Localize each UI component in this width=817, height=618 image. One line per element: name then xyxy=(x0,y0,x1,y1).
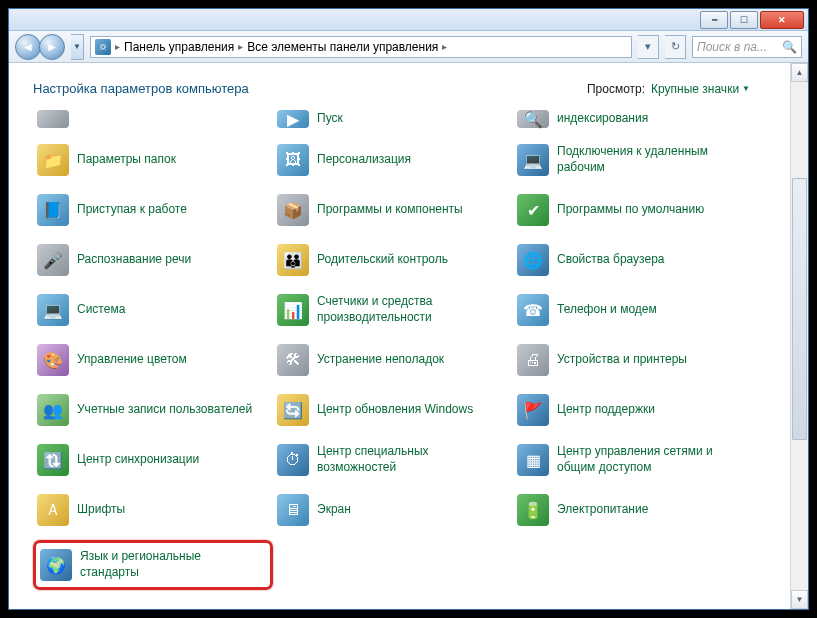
item-action-center[interactable]: 🚩Центр поддержки xyxy=(513,390,753,430)
search-input[interactable]: Поиск в па... 🔍 xyxy=(692,36,802,58)
item-label: Управление цветом xyxy=(77,352,187,368)
folder-icon: 📁 xyxy=(37,144,69,176)
system-icon: 💻 xyxy=(37,294,69,326)
programs-icon: 📦 xyxy=(277,194,309,226)
item-fonts[interactable]: ＡШрифты xyxy=(33,490,273,530)
accessibility-icon: ⏱ xyxy=(277,444,309,476)
item-indexing[interactable]: 🔍индексирования xyxy=(513,108,753,130)
item-internet-options[interactable]: 🌐Свойства браузера xyxy=(513,240,753,280)
item-label: Параметры папок xyxy=(77,152,176,168)
item-network-sharing[interactable]: ▦Центр управления сетями и общим доступо… xyxy=(513,440,753,480)
control-panel-icon: ⛭ xyxy=(95,39,111,55)
item-parental[interactable]: 👪Родительский контроль xyxy=(273,240,513,280)
heading-row: Настройка параметров компьютера Просмотр… xyxy=(33,81,790,96)
item-label: Подключения к удаленным рабочим xyxy=(557,144,737,175)
item-ease-of-access[interactable]: ⏱Центр специальных возможностей xyxy=(273,440,513,480)
refresh-icon: ↻ xyxy=(671,40,680,53)
content-area: Настройка параметров компьютера Просмотр… xyxy=(9,63,808,609)
titlebar: ━ ☐ ✕ xyxy=(9,9,808,31)
item-devices-printers[interactable]: 🖨Устройства и принтеры xyxy=(513,340,753,380)
crumb-sep: ▸ xyxy=(442,41,447,52)
item-label: Телефон и модем xyxy=(557,302,657,318)
refresh-button[interactable]: ↻ xyxy=(665,35,686,59)
item-performance[interactable]: 📊Счетчики и средства производительности xyxy=(273,290,513,330)
item-folder-options[interactable]: 📁Параметры папок xyxy=(33,140,273,180)
view-selector: Просмотр: Крупные значки ▼ xyxy=(587,82,750,96)
back-button[interactable]: ◄ xyxy=(15,34,41,60)
history-dropdown[interactable]: ▼ xyxy=(71,34,84,60)
item-partial[interactable] xyxy=(33,108,273,130)
breadcrumb-2[interactable]: Все элементы панели управления xyxy=(243,40,442,54)
scroll-track[interactable] xyxy=(791,82,808,590)
item-speech[interactable]: 🎤Распознавание речи xyxy=(33,240,273,280)
indexing-icon: 🔍 xyxy=(517,110,549,128)
close-button[interactable]: ✕ xyxy=(760,11,804,29)
item-power-options[interactable]: 🔋Электропитание xyxy=(513,490,753,530)
main-panel: Настройка параметров компьютера Просмотр… xyxy=(9,63,790,609)
item-label: Устройства и принтеры xyxy=(557,352,687,368)
address-dropdown[interactable]: ▾ xyxy=(638,35,659,59)
chevron-down-icon: ▾ xyxy=(645,40,651,53)
item-programs[interactable]: 📦Программы и компоненты xyxy=(273,190,513,230)
item-label: Родительский контроль xyxy=(317,252,448,268)
item-label: Центр специальных возможностей xyxy=(317,444,497,475)
performance-icon: 📊 xyxy=(277,294,309,326)
item-label: Экран xyxy=(317,502,351,518)
item-region-language[interactable]: 🌍Язык и региональные стандарты xyxy=(33,540,273,590)
item-label: Центр обновления Windows xyxy=(317,402,473,418)
item-remote-desktop[interactable]: 💻Подключения к удаленным рабочим xyxy=(513,140,753,180)
item-windows-update[interactable]: 🔄Центр обновления Windows xyxy=(273,390,513,430)
item-getting-started[interactable]: 📘Приступая к работе xyxy=(33,190,273,230)
remote-icon: 💻 xyxy=(517,144,549,176)
start-icon: ▶ xyxy=(277,110,309,128)
item-display[interactable]: 🖥Экран xyxy=(273,490,513,530)
item-phone-modem[interactable]: ☎Телефон и модем xyxy=(513,290,753,330)
address-bar: ◄ ► ▼ ⛭ ▸ Панель управления ▸ Все элемен… xyxy=(9,31,808,63)
close-icon: ✕ xyxy=(778,15,786,25)
view-mode-value: Крупные значки xyxy=(651,82,739,96)
forward-button[interactable]: ► xyxy=(39,34,65,60)
phone-icon: ☎ xyxy=(517,294,549,326)
vertical-scrollbar[interactable]: ▲ ▼ xyxy=(790,63,808,609)
getting-started-icon: 📘 xyxy=(37,194,69,226)
search-icon: 🔍 xyxy=(782,40,797,54)
item-default-programs[interactable]: ✔Программы по умолчанию xyxy=(513,190,753,230)
view-mode-dropdown[interactable]: Крупные значки ▼ xyxy=(651,82,750,96)
item-troubleshooting[interactable]: 🛠Устранение неполадок xyxy=(273,340,513,380)
breadcrumb-1[interactable]: Панель управления xyxy=(120,40,238,54)
flag-icon: 🚩 xyxy=(517,394,549,426)
item-label: Электропитание xyxy=(557,502,648,518)
default-programs-icon: ✔ xyxy=(517,194,549,226)
item-user-accounts[interactable]: 👥Учетные записи пользователей xyxy=(33,390,273,430)
users-icon: 👥 xyxy=(37,394,69,426)
nav-buttons: ◄ ► xyxy=(15,34,65,60)
parental-icon: 👪 xyxy=(277,244,309,276)
monitor-icon: 🖼 xyxy=(277,144,309,176)
item-color-management[interactable]: 🎨Управление цветом xyxy=(33,340,273,380)
troubleshoot-icon: 🛠 xyxy=(277,344,309,376)
power-icon: 🔋 xyxy=(517,494,549,526)
search-placeholder: Поиск в па... xyxy=(697,40,767,54)
item-start[interactable]: ▶Пуск xyxy=(273,108,513,130)
scroll-up-button[interactable]: ▲ xyxy=(791,63,808,82)
scroll-down-button[interactable]: ▼ xyxy=(791,590,808,609)
display-icon: 🖥 xyxy=(277,494,309,526)
item-label: Учетные записи пользователей xyxy=(77,402,252,418)
globe-clock-icon: 🌍 xyxy=(40,549,72,581)
forward-arrow-icon: ► xyxy=(46,40,58,54)
scroll-thumb[interactable] xyxy=(792,178,807,440)
maximize-button[interactable]: ☐ xyxy=(730,11,758,29)
item-personalization[interactable]: 🖼Персонализация xyxy=(273,140,513,180)
chevron-down-icon: ▼ xyxy=(796,595,804,604)
minimize-icon: ━ xyxy=(712,15,717,25)
item-label: Персонализация xyxy=(317,152,411,168)
item-label: Приступая к работе xyxy=(77,202,187,218)
item-label: Центр управления сетями и общим доступом xyxy=(557,444,737,475)
address-field[interactable]: ⛭ ▸ Панель управления ▸ Все элементы пан… xyxy=(90,36,632,58)
update-icon: 🔄 xyxy=(277,394,309,426)
minimize-button[interactable]: ━ xyxy=(700,11,728,29)
item-sync-center[interactable]: 🔃Центр синхронизации xyxy=(33,440,273,480)
network-icon: ▦ xyxy=(517,444,549,476)
item-system[interactable]: 💻Система xyxy=(33,290,273,330)
item-label: Центр синхронизации xyxy=(77,452,199,468)
